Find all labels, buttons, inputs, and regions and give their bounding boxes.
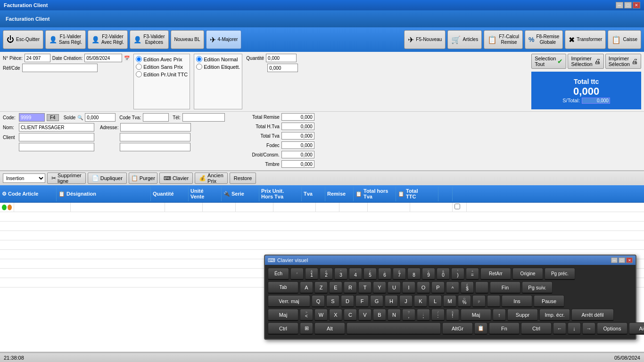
vk-a-key[interactable]: A — [300, 281, 313, 294]
clavier-button[interactable]: ⌨ Clavier — [159, 173, 193, 184]
vk-d-key[interactable]: D — [341, 295, 354, 307]
vk-w-key[interactable]: W — [314, 309, 328, 321]
vk-suppr-key[interactable]: Suppr — [507, 309, 538, 321]
articles-button[interactable]: 🛒 Articles — [447, 30, 482, 49]
vk-mu-key[interactable]: µ — [472, 295, 486, 307]
vk-z-key[interactable]: Z — [314, 281, 328, 294]
vk-maj-right-key[interactable]: Maj — [461, 309, 491, 321]
ancien-prix-button[interactable]: 💰 AncienPrix — [195, 173, 228, 184]
edition-avec-prix-radio[interactable] — [136, 56, 142, 62]
vk-ins-key[interactable]: Ins — [502, 295, 532, 307]
vk-5-key[interactable]: (5 — [363, 268, 377, 280]
vk-1-key[interactable]: &1 — [305, 268, 318, 280]
vk-retarr-key[interactable]: RetArr — [480, 268, 511, 280]
vk-ctrl-right-key[interactable]: Ctrl — [521, 322, 552, 335]
minimize-button[interactable]: ─ — [616, 2, 623, 8]
vk-k-key[interactable]: K — [414, 295, 427, 307]
vk-v-key[interactable]: V — [358, 309, 372, 321]
vk-u-key[interactable]: U — [388, 281, 401, 294]
vk-g-key[interactable]: G — [370, 295, 383, 307]
vk-pg-prec-key[interactable]: Pg préc. — [545, 268, 575, 280]
vk-origine-key[interactable]: Origine — [512, 268, 543, 280]
f3-valider-especes-button[interactable]: 👤 F3-ValiderEspèces — [130, 30, 168, 49]
quantite-input1[interactable] — [266, 54, 297, 62]
client2-input[interactable] — [19, 143, 94, 151]
vk-windows-key[interactable]: ⊞ — [300, 322, 313, 335]
vk-fn-key[interactable]: Fn — [489, 322, 520, 335]
vk-enter2-key[interactable] — [487, 295, 500, 307]
edition-etiquett-radio[interactable] — [196, 64, 202, 70]
vk-b-key[interactable]: B — [373, 309, 386, 321]
vk-percent-key[interactable]: ù% — [458, 295, 471, 307]
vk-9-key[interactable]: ç9 — [422, 268, 435, 280]
vk-4-key[interactable]: '4 — [349, 268, 362, 280]
vk-s-key[interactable]: S — [326, 295, 339, 307]
vk-8-key[interactable]: _8 — [407, 268, 421, 280]
vk-down-key[interactable]: ↓ — [568, 322, 581, 335]
vk-aide-key[interactable]: Aide — [629, 322, 644, 335]
vk-2-key[interactable]: é2 — [320, 268, 333, 280]
f7-calcul-remise-button[interactable]: 📋 F7-CalculRemise — [484, 30, 523, 49]
vk-up-key[interactable]: ↑ — [493, 309, 506, 321]
restore-button-bottom[interactable]: Restore — [230, 173, 256, 184]
vk-pg-suiv-key[interactable]: Pg suiv. — [522, 281, 553, 294]
vk-plus-key[interactable]: += — [466, 268, 479, 280]
vk-maj-left-key[interactable]: Maj — [268, 309, 298, 321]
vk-6-key[interactable]: -6 — [378, 268, 391, 280]
vk-p-key[interactable]: P — [431, 281, 445, 294]
solde-input[interactable] — [85, 113, 116, 122]
vk-q-key[interactable]: Q — [312, 295, 325, 307]
edition-sans-prix-radio[interactable] — [136, 64, 142, 70]
vk-r-key[interactable]: R — [344, 281, 357, 294]
nom-input[interactable] — [19, 123, 94, 132]
f4-majorer-button[interactable]: ✈ 4-Majorer — [206, 30, 242, 49]
f4-button[interactable]: F4 — [47, 114, 59, 121]
remise-globale-button[interactable]: % F8-RemiseGlobale — [525, 30, 563, 49]
vk-j-key[interactable]: J — [399, 295, 413, 307]
vk-3-key[interactable]: "3 — [334, 268, 347, 280]
numero-piece-input[interactable] — [25, 54, 50, 62]
caisse-button[interactable]: 📋 Caisse — [608, 30, 641, 49]
edition-normal-radio[interactable] — [196, 56, 202, 62]
vk-space-key[interactable] — [347, 322, 441, 335]
vk-question-key[interactable]: ?, — [402, 309, 415, 321]
adresse3-input[interactable] — [120, 143, 190, 151]
vk-right-key[interactable]: → — [582, 322, 595, 335]
supprimer-ligne-button[interactable]: ✂ Supprimerligne — [47, 173, 86, 184]
vk-e-key[interactable]: E — [329, 281, 342, 294]
edition-pr-unit-ttc-radio[interactable] — [136, 71, 142, 77]
vk-h-key[interactable]: H — [385, 295, 398, 307]
vk-altgr-key[interactable]: AltGr — [442, 322, 473, 335]
vk-period-key[interactable]: .; — [417, 309, 430, 321]
vk-verr-maj-key[interactable]: Verr. maj — [268, 295, 310, 307]
vk-n-key[interactable]: N — [388, 309, 401, 321]
quantite-input2[interactable] — [267, 64, 298, 72]
close-button[interactable]: ✕ — [633, 2, 640, 8]
adresse2-input[interactable] — [120, 133, 190, 141]
vk-minimize-button[interactable]: ─ — [611, 257, 618, 263]
client-input[interactable] — [19, 133, 94, 141]
vk-left-key[interactable]: ← — [553, 322, 566, 335]
vk-arret-defil-key[interactable]: Arrêt défil — [571, 309, 614, 321]
transformer-button[interactable]: ✖ Transformer — [565, 30, 606, 49]
vk-restore-button[interactable]: □ — [619, 257, 625, 263]
vk-l-key[interactable]: L — [429, 295, 442, 307]
vk-m-key[interactable]: M — [443, 295, 456, 307]
vk-section-key[interactable]: §! — [446, 309, 459, 321]
code-tva-input[interactable] — [143, 113, 169, 122]
vk-f-key[interactable]: F — [355, 295, 369, 307]
vk-pound-key[interactable]: £$ — [461, 281, 474, 294]
vk-i-key[interactable]: I — [402, 281, 415, 294]
vk-x-key[interactable]: X — [329, 309, 342, 321]
vk-caret-key[interactable]: ¨^ — [446, 281, 459, 294]
selection-tout-button[interactable]: SelectionTout ✔ — [531, 54, 566, 69]
imprimer-selection-button2[interactable]: ImprimerSélection 🖨 — [605, 54, 641, 69]
adresse-input[interactable] — [120, 123, 191, 132]
vk-o-key[interactable]: O — [417, 281, 430, 294]
f1-valider-sans-regl-button[interactable]: 👤 F1-ValiderSans Règl. — [45, 30, 86, 49]
dupliquer-button[interactable]: 📄 Dupliquer — [88, 173, 127, 184]
vk-ech-key[interactable]: Éch — [268, 268, 289, 280]
row-checkbox[interactable] — [454, 204, 460, 209]
vk-tab-key[interactable]: Tab — [268, 281, 298, 294]
esc-quitter-button[interactable]: ⏻ Esc-Quitter — [3, 30, 43, 49]
